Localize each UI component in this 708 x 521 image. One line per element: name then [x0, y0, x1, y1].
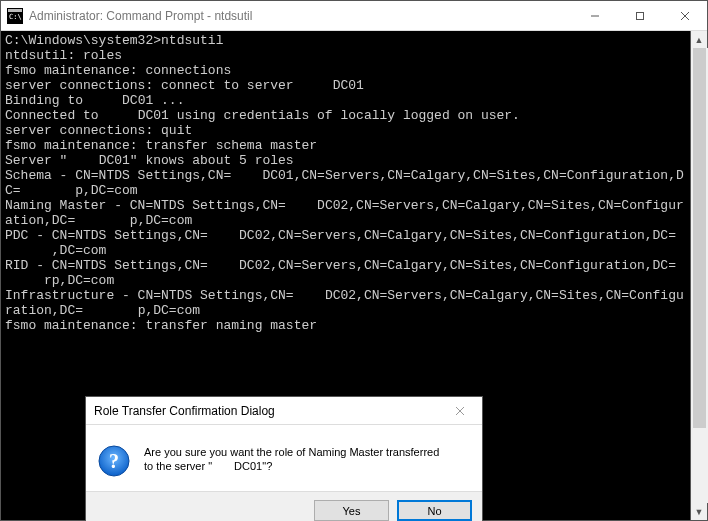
rid-role-line: RID - CN=NTDS Settings,CN=: [5, 258, 208, 273]
redacted-text: xxxx: [67, 153, 98, 168]
pdc-role-line: PDC - CN=NTDS Settings,CN=: [5, 228, 208, 243]
schema-role-line: Schema - CN=NTDS Settings,CN=: [5, 168, 231, 183]
rid-role-mid: DC02,CN=Servers,CN=Calgary,CN=Sites,CN=C…: [239, 258, 676, 273]
scroll-up-icon[interactable]: ▲: [691, 31, 708, 48]
dialog-message-line1: Are you sure you want the role of Naming…: [144, 446, 439, 458]
dialog-body: ? Are you sure you want the role of Nami…: [86, 425, 482, 491]
redacted-text: xxxx: [286, 198, 317, 213]
cmd-connect-to: connect to server: [161, 78, 301, 93]
redacted-text: xxxx: [301, 78, 332, 93]
maximize-button[interactable]: [617, 1, 662, 31]
dialog-message-line2-suffix: DC01"?: [234, 460, 272, 472]
scroll-track[interactable]: [691, 48, 708, 503]
cmd-connections: connections: [145, 63, 231, 78]
redacted-text: xxxxxxx: [21, 183, 76, 198]
redacted-text: xxxx: [231, 168, 262, 183]
ntdsutil-prompt: ntdsutil:: [5, 48, 83, 63]
close-button[interactable]: [662, 1, 707, 31]
dialog-close-button[interactable]: [446, 397, 474, 425]
no-button[interactable]: No: [397, 500, 472, 521]
naming-role-line: Naming Master - CN=NTDS Settings,CN=: [5, 198, 286, 213]
redacted-text: xxxx: [208, 228, 239, 243]
redacted-text: xxxx: [106, 108, 137, 123]
redacted-text: xxxx: [294, 288, 325, 303]
minimize-button[interactable]: [572, 1, 617, 31]
server-name: DC01: [333, 78, 364, 93]
fsmo-prompt: fsmo maintenance:: [5, 138, 145, 153]
binding-suffix: DC01 ...: [122, 93, 184, 108]
infra-role-suffix: p,DC=com: [138, 303, 200, 318]
titlebar: C:\ Administrator: Command Prompt - ntds…: [1, 1, 707, 31]
server-conn-prompt: server connections:: [5, 78, 161, 93]
redacted-text: xxxxx: [5, 273, 44, 288]
cmd-roles: roles: [83, 48, 122, 63]
cmd-ntdsutil: ntdsutil: [161, 33, 223, 48]
prompt-path: C:\Windows\system32>: [5, 33, 161, 48]
dialog-button-row: Yes No: [86, 491, 482, 521]
yes-button[interactable]: Yes: [314, 500, 389, 521]
connected-suffix: DC01 using credentials of locally logged…: [138, 108, 520, 123]
cmd-transfer-schema: transfer schema master: [145, 138, 317, 153]
svg-rect-4: [636, 12, 643, 19]
role-transfer-confirmation-dialog: Role Transfer Confirmation Dialog ?: [85, 396, 483, 521]
command-prompt-window: C:\ Administrator: Command Prompt - ntds…: [0, 0, 708, 521]
svg-rect-1: [8, 9, 22, 12]
scroll-down-icon[interactable]: ▼: [691, 503, 708, 520]
redacted-text: xxxxxxx: [75, 213, 130, 228]
dialog-title: Role Transfer Confirmation Dialog: [94, 404, 446, 418]
server-knows-line: Server ": [5, 153, 67, 168]
cmd-transfer-naming: transfer naming master: [145, 318, 317, 333]
schema-role-suffix: p,DC=com: [75, 183, 137, 198]
dialog-message-line2-prefix: to the server ": [144, 460, 212, 472]
svg-text:?: ?: [109, 450, 119, 472]
pdc-role-mid: DC02,CN=Servers,CN=Calgary,CN=Sites,CN=C…: [239, 228, 676, 243]
redacted-text: xxxxxx: [5, 243, 52, 258]
redacted-text: xxxx: [208, 258, 239, 273]
infra-role-line: Infrastructure - CN=NTDS Settings,CN=: [5, 288, 294, 303]
dialog-titlebar: Role Transfer Confirmation Dialog: [86, 397, 482, 425]
cmd-quit: quit: [161, 123, 192, 138]
cmd-icon: C:\: [7, 8, 23, 24]
server-knows-suffix: DC01" knows about 5 roles: [99, 153, 294, 168]
redacted-text: xxxx: [91, 93, 122, 108]
fsmo-prompt: fsmo maintenance:: [5, 63, 145, 78]
redacted-text: xxxxxxx: [83, 303, 138, 318]
server-conn-prompt: server connections:: [5, 123, 161, 138]
scroll-thumb[interactable]: [693, 48, 706, 428]
terminal-scrollbar[interactable]: ▲ ▼: [690, 31, 707, 520]
fsmo-prompt: fsmo maintenance:: [5, 318, 145, 333]
window-title: Administrator: Command Prompt - ntdsutil: [29, 9, 252, 23]
binding-line: Binding to: [5, 93, 91, 108]
connected-line: Connected to: [5, 108, 106, 123]
naming-role-suffix: p,DC=com: [130, 213, 192, 228]
question-icon: ?: [98, 445, 130, 477]
pdc-role-suffix: ,DC=com: [52, 243, 107, 258]
redacted-text: xxxx: [212, 460, 234, 472]
rid-role-suffix: rp,DC=com: [44, 273, 114, 288]
dialog-message: Are you sure you want the role of Naming…: [144, 445, 439, 473]
svg-text:C:\: C:\: [9, 13, 22, 21]
